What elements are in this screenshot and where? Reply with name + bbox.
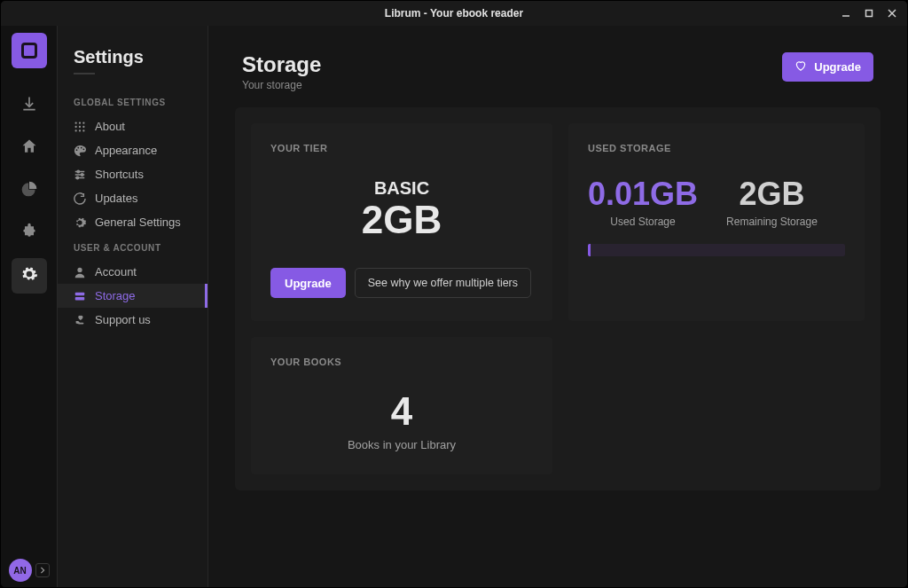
svg-point-4 (74, 122, 76, 123)
svg-point-19 (77, 267, 82, 271)
used-storage-card: USED STORAGE 0.01GB Used Storage 2GB Rem… (568, 123, 865, 321)
download-icon (20, 95, 38, 116)
svg-point-8 (79, 125, 81, 127)
divider (74, 73, 95, 74)
page-header: Storage Your storage Upgrade (208, 26, 907, 107)
used-value: 0.01GB (588, 178, 698, 210)
rail-plugins[interactable] (12, 216, 47, 251)
body: AN Settings GLOBAL SETTINGS About Appear… (1, 26, 907, 588)
svg-rect-20 (75, 292, 85, 295)
user-icon (74, 266, 86, 278)
svg-point-9 (82, 125, 84, 127)
rail-footer: AN (1, 559, 57, 582)
puzzle-icon (20, 223, 38, 244)
page-subtitle: Your storage (242, 79, 321, 91)
app-logo[interactable] (12, 33, 47, 68)
nav-label: Updates (95, 192, 137, 205)
group-global-label: GLOBAL SETTINGS (58, 89, 207, 114)
svg-point-11 (79, 129, 81, 131)
nav-general-settings[interactable]: General Settings (58, 210, 207, 234)
avatar[interactable]: AN (9, 559, 32, 582)
maximize-button[interactable] (859, 4, 879, 23)
svg-point-7 (74, 125, 76, 127)
nav-rail: AN (1, 26, 58, 588)
heart-icon (794, 59, 807, 74)
button-label: Upgrade (814, 60, 861, 74)
gear-icon (74, 216, 86, 229)
minimize-button[interactable] (836, 4, 856, 23)
svg-point-17 (81, 173, 82, 175)
nav-storage[interactable]: Storage (58, 284, 207, 308)
svg-point-12 (82, 129, 84, 131)
tier-why-button[interactable]: See why we offer multiple tiers (355, 268, 531, 298)
books-card: YOUR BOOKS 4 Books in your Library (251, 337, 552, 474)
storage-icon (74, 290, 86, 302)
nav-support-us[interactable]: Support us (58, 308, 207, 332)
tier-card: YOUR TIER BASIC 2GB Upgrade See why we o… (251, 123, 552, 321)
books-sub: Books in your Library (270, 438, 533, 451)
nav-account[interactable]: Account (58, 260, 207, 284)
nav-label: Shortcuts (95, 168, 144, 181)
svg-point-18 (76, 176, 78, 178)
sliders-icon (74, 169, 86, 181)
header-upgrade-button[interactable]: Upgrade (782, 52, 873, 82)
nav-label: General Settings (95, 216, 181, 229)
svg-point-6 (82, 122, 84, 123)
rail-downloads[interactable] (12, 88, 47, 123)
nav-label: Appearance (95, 144, 157, 157)
nav-about[interactable]: About (58, 114, 207, 138)
group-user-label: USER & ACCOUNT (58, 234, 207, 260)
svg-point-5 (79, 122, 81, 123)
card-label: YOUR BOOKS (270, 357, 533, 367)
app-window: Librum - Your ebook reader (0, 0, 908, 588)
nav-label: Storage (95, 289, 136, 302)
tier-upgrade-button[interactable]: Upgrade (270, 268, 346, 298)
titlebar: Librum - Your ebook reader (1, 1, 907, 26)
tier-name: BASIC (270, 178, 533, 199)
grid-icon (74, 121, 86, 133)
svg-point-16 (77, 170, 79, 172)
rail-expand-button[interactable] (35, 563, 50, 577)
nav-shortcuts[interactable]: Shortcuts (58, 162, 207, 186)
settings-sidebar: Settings GLOBAL SETTINGS About Appearanc… (58, 26, 208, 588)
tier-size: 2GB (270, 200, 533, 239)
svg-point-10 (74, 129, 76, 131)
card-label: USED STORAGE (588, 143, 845, 153)
window-controls (836, 1, 902, 26)
remaining-value: 2GB (726, 178, 818, 210)
remaining-sub: Remaining Storage (726, 216, 818, 228)
nav-appearance[interactable]: Appearance (58, 138, 207, 162)
home-icon (20, 137, 38, 159)
svg-rect-21 (75, 296, 85, 300)
window-title: Librum - Your ebook reader (385, 7, 523, 20)
close-button[interactable] (882, 4, 902, 23)
palette-icon (74, 145, 86, 157)
storage-progress-bar (588, 244, 845, 256)
nav-updates[interactable]: Updates (58, 186, 207, 210)
hand-heart-icon (74, 314, 86, 326)
rail-home[interactable] (12, 130, 47, 166)
nav-label: Support us (95, 313, 151, 326)
content-panel: YOUR TIER BASIC 2GB Upgrade See why we o… (235, 107, 881, 490)
nav-label: About (95, 120, 125, 133)
main-content: Storage Your storage Upgrade YOUR TIER B… (208, 26, 907, 588)
nav-label: Account (95, 265, 137, 278)
card-label: YOUR TIER (270, 143, 533, 153)
svg-rect-1 (866, 11, 873, 17)
pie-chart-icon (20, 180, 38, 201)
sidebar-title: Settings (58, 47, 207, 73)
refresh-icon (74, 192, 86, 205)
rail-stats[interactable] (12, 173, 47, 208)
storage-progress-fill (588, 244, 591, 256)
books-count: 4 (270, 392, 533, 431)
used-sub: Used Storage (588, 216, 698, 228)
cards-row: YOUR TIER BASIC 2GB Upgrade See why we o… (251, 123, 865, 321)
gear-icon (20, 265, 38, 286)
page-title: Storage (242, 52, 321, 77)
rail-settings[interactable] (12, 258, 47, 294)
